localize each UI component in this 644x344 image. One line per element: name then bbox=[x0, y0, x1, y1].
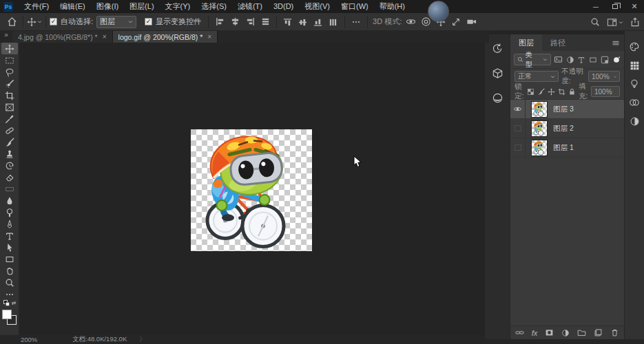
3d-orbit-icon[interactable] bbox=[403, 15, 418, 29]
minimize-button[interactable]: ─ bbox=[586, 0, 605, 13]
home-icon[interactable] bbox=[4, 15, 19, 29]
layer-name[interactable]: 图层 1 bbox=[553, 143, 574, 153]
properties-panel-icon[interactable] bbox=[488, 89, 506, 106]
3d-camera-icon[interactable] bbox=[464, 15, 479, 29]
auto-select-dropdown[interactable]: 图层 bbox=[96, 16, 136, 28]
eraser-tool[interactable] bbox=[1, 171, 18, 183]
menu-type[interactable]: 文字(Y) bbox=[160, 0, 196, 13]
filter-shape-layers-icon[interactable] bbox=[589, 54, 598, 65]
filter-toggle-icon[interactable] bbox=[612, 54, 621, 65]
visibility-toggle[interactable] bbox=[510, 119, 526, 138]
align-left-icon[interactable] bbox=[212, 15, 227, 29]
lock-transparent-pixels-icon[interactable] bbox=[527, 87, 534, 97]
canvas-area[interactable] bbox=[20, 43, 484, 335]
layer-name[interactable]: 图层 3 bbox=[553, 105, 574, 114]
status-options-chevron[interactable]: 〉 bbox=[139, 335, 146, 344]
close-tab-icon[interactable]: × bbox=[103, 33, 107, 41]
gradient-tool[interactable] bbox=[1, 183, 18, 195]
layer-mask-icon[interactable] bbox=[545, 328, 554, 337]
frame-tool[interactable] bbox=[1, 101, 18, 113]
default-colors-icon[interactable]: ⇄ bbox=[3, 300, 17, 308]
layer-row-1[interactable]: 图层 1 bbox=[510, 138, 624, 158]
menu-layer[interactable]: 图层(L) bbox=[124, 0, 159, 13]
menu-view[interactable]: 视图(V) bbox=[299, 0, 335, 13]
close-tab-icon[interactable]: × bbox=[207, 33, 211, 41]
swatches-panel-icon[interactable] bbox=[627, 59, 641, 72]
zoom-level-field[interactable]: 200% bbox=[21, 336, 59, 343]
filter-adjustment-layers-icon[interactable] bbox=[565, 54, 574, 65]
fill-value[interactable]: 100% bbox=[591, 86, 620, 97]
eyedropper-tool[interactable] bbox=[1, 113, 18, 125]
adjustments-panel-icon[interactable] bbox=[627, 115, 641, 127]
layer-row-3[interactable]: 图层 3 bbox=[510, 100, 624, 119]
tab-paths[interactable]: 路径 bbox=[542, 34, 574, 51]
panel-menu-icon[interactable] bbox=[612, 39, 620, 47]
rectangular-marquee-tool[interactable] bbox=[1, 54, 18, 66]
layer-name[interactable]: 图层 2 bbox=[553, 124, 574, 133]
layer-thumbnail[interactable] bbox=[531, 120, 548, 137]
filter-type-layers-icon[interactable] bbox=[577, 54, 586, 65]
filter-pixel-layers-icon[interactable] bbox=[554, 54, 563, 65]
toolbar-collapse-icon[interactable]: » bbox=[0, 31, 12, 43]
menu-filter[interactable]: 滤镜(T) bbox=[232, 0, 268, 13]
menu-image[interactable]: 图像(I) bbox=[91, 0, 124, 13]
type-tool[interactable] bbox=[1, 230, 18, 241]
lasso-tool[interactable] bbox=[1, 66, 18, 78]
color-panel-icon[interactable] bbox=[627, 41, 641, 53]
menu-window[interactable]: 窗口(W) bbox=[335, 0, 374, 13]
visibility-toggle[interactable] bbox=[510, 138, 526, 158]
close-button[interactable]: ✕ bbox=[625, 0, 644, 13]
libraries-panel-icon[interactable] bbox=[627, 96, 641, 109]
rectangle-shape-tool[interactable] bbox=[1, 253, 18, 265]
menu-help[interactable]: 帮助(H) bbox=[374, 0, 411, 13]
menu-file[interactable]: 文件(F) bbox=[19, 0, 54, 13]
lock-all-icon[interactable] bbox=[568, 87, 576, 97]
new-group-icon[interactable] bbox=[577, 328, 586, 337]
history-brush-tool[interactable] bbox=[1, 160, 18, 171]
align-top-icon[interactable] bbox=[281, 14, 295, 30]
dodge-tool[interactable] bbox=[1, 206, 18, 218]
more-options-icon[interactable] bbox=[349, 15, 364, 29]
history-panel-icon[interactable] bbox=[488, 40, 506, 56]
blend-mode-dropdown[interactable]: 正常 bbox=[515, 71, 559, 82]
visibility-eye-icon[interactable] bbox=[510, 100, 526, 119]
foreground-color-swatch[interactable] bbox=[2, 310, 12, 319]
pen-tool[interactable] bbox=[1, 218, 18, 230]
lock-image-pixels-icon[interactable] bbox=[537, 87, 545, 97]
quick-selection-tool[interactable] bbox=[1, 78, 18, 89]
adjustment-layer-icon[interactable] bbox=[561, 329, 570, 337]
document-tab-logogif[interactable]: logo.gif @ 200%(RGB/8) * × bbox=[113, 31, 218, 43]
restore-button[interactable] bbox=[605, 0, 625, 13]
new-layer-icon[interactable] bbox=[594, 328, 603, 337]
align-middle-icon[interactable] bbox=[296, 14, 310, 30]
lock-position-icon[interactable] bbox=[548, 87, 555, 97]
show-transform-checkbox[interactable]: ✓ bbox=[145, 18, 152, 25]
search-icon[interactable] bbox=[590, 17, 600, 27]
layer-thumbnail[interactable] bbox=[531, 101, 548, 118]
spot-healing-brush-tool[interactable] bbox=[1, 125, 18, 136]
menu-edit[interactable]: 编辑(E) bbox=[54, 0, 91, 13]
swap-colors-icon[interactable]: ⇄ bbox=[12, 300, 17, 306]
edit-toolbar-icon[interactable] bbox=[1, 288, 18, 300]
lock-artboard-icon[interactable] bbox=[558, 87, 565, 97]
move-tool-option-icon[interactable] bbox=[27, 15, 42, 29]
document-tab-4jpg[interactable]: 4.jpg @ 100%(RGB/8*) * × bbox=[12, 31, 113, 43]
move-tool[interactable] bbox=[1, 43, 18, 54]
layer-filter-dropdown[interactable]: 类型 bbox=[514, 54, 551, 65]
filter-smart-objects-icon[interactable] bbox=[600, 54, 609, 65]
brush-tool[interactable] bbox=[1, 136, 18, 148]
layer-row-2[interactable]: 图层 2 bbox=[510, 119, 624, 138]
layer-thumbnail[interactable] bbox=[531, 140, 548, 156]
opacity-value[interactable]: 100% bbox=[588, 71, 620, 82]
tab-layers[interactable]: 图层 bbox=[510, 34, 542, 51]
align-center-horizontal-icon[interactable] bbox=[227, 15, 242, 29]
path-selection-tool[interactable] bbox=[1, 241, 18, 253]
hand-tool[interactable] bbox=[1, 265, 18, 277]
zoom-tool[interactable] bbox=[1, 277, 18, 288]
learn-panel-icon[interactable] bbox=[627, 78, 641, 90]
crop-tool[interactable] bbox=[1, 89, 18, 101]
distribute-horizontal-icon[interactable] bbox=[326, 14, 340, 30]
align-bottom-icon[interactable] bbox=[311, 14, 325, 30]
menu-select[interactable]: 选择(S) bbox=[196, 0, 232, 13]
photoshop-logo-icon[interactable]: Ps bbox=[3, 2, 13, 12]
